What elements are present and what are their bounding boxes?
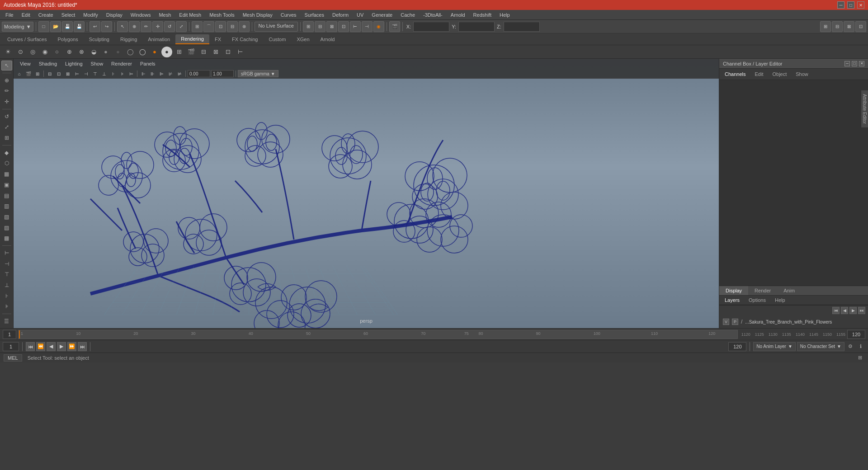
layer-forward[interactable]: ▶	[849, 307, 857, 314]
sub-tab-layers[interactable]: Layers	[723, 296, 741, 304]
pb-info-btn[interactable]: ℹ	[856, 342, 865, 351]
redo-btn[interactable]: ↪	[101, 21, 112, 32]
end-frame-field[interactable]: 120	[728, 342, 746, 351]
vp-btn-hud[interactable]: ⊫	[157, 70, 165, 78]
layer-visible[interactable]: V	[723, 319, 729, 325]
menu-select[interactable]: Select	[58, 11, 79, 19]
tool-btn-c[interactable]: ⊠	[326, 21, 337, 32]
icon-mat2[interactable]: ●	[113, 47, 123, 57]
play-back-btn[interactable]: ◀	[47, 342, 56, 351]
menu-redshift[interactable]: Redshift	[470, 11, 495, 19]
workspace-dropdown[interactable]: Modeling ▼	[2, 22, 33, 32]
snap-curve-btn[interactable]: ⌒	[203, 21, 214, 32]
tool-comp5[interactable]: ⊦	[1, 291, 12, 301]
move-btn[interactable]: ✛	[152, 21, 163, 32]
icon-mat1[interactable]: ●	[100, 47, 111, 57]
paint-btn[interactable]: ✏	[141, 21, 151, 32]
tool-sculpt3[interactable]: ▣	[1, 180, 12, 190]
vp-btn-grid[interactable]: ⊞	[33, 70, 42, 78]
tab-rendering[interactable]: Rendering	[175, 34, 209, 44]
rotate-btn[interactable]: ↺	[164, 21, 175, 32]
skip-forward-btn[interactable]: ⏭	[78, 342, 87, 351]
vp-menu-panels[interactable]: Panels	[137, 60, 159, 67]
tool-sculpt4[interactable]: ▤	[1, 191, 12, 201]
tab-polygons[interactable]: Polygons	[52, 35, 83, 44]
layer-skip-forward[interactable]: ⏭	[858, 307, 865, 314]
new-file-btn[interactable]: □	[38, 21, 49, 32]
vp-scale-field[interactable]: 1.00	[211, 70, 234, 77]
vp-btn-tex[interactable]: ⊢	[73, 70, 81, 78]
menu-curves[interactable]: Curves	[277, 11, 300, 19]
icon-btn-r1[interactable]: ⊞	[820, 21, 831, 32]
icon-cam[interactable]: 🎬	[186, 47, 197, 57]
render-btn[interactable]: ◉	[373, 21, 384, 32]
snap-grid-btn[interactable]: ⊞	[192, 21, 203, 32]
icon-btn-r2[interactable]: ⊟	[832, 21, 843, 32]
icon-mat7[interactable]: ⊞	[174, 47, 184, 57]
menu-file[interactable]: File	[2, 11, 17, 19]
sub-tab-help[interactable]: Help	[773, 296, 787, 304]
play-forward-btn[interactable]: ▶	[57, 342, 66, 351]
tab-rigging[interactable]: Rigging	[115, 35, 142, 44]
icon-anim1[interactable]: ⊢	[235, 47, 245, 57]
panel-tab-object[interactable]: Object	[770, 70, 788, 78]
tool-btn-e[interactable]: ⊢	[350, 21, 361, 32]
panel-close[interactable]: ✕	[859, 61, 864, 66]
anim-layer-dropdown[interactable]: No Anim Layer ▼	[753, 342, 796, 351]
tool-sculpt2[interactable]: ▦	[1, 169, 12, 179]
tool-sculpt8[interactable]: ▩	[1, 233, 12, 243]
icon-ambient[interactable]: ○	[52, 47, 62, 57]
icon-render2[interactable]: ⊠	[210, 47, 221, 57]
layer-back[interactable]: ◀	[841, 307, 848, 314]
tab-xgen[interactable]: XGen	[291, 35, 315, 44]
tool-transform[interactable]: ⊞	[1, 133, 12, 143]
menu-create[interactable]: Create	[35, 11, 57, 19]
menu-help[interactable]: Help	[496, 11, 514, 19]
tool-rotate[interactable]: ↺	[1, 112, 12, 122]
lasso-btn[interactable]: ⊕	[129, 21, 140, 32]
vp-menu-shading[interactable]: Shading	[35, 60, 61, 67]
layer-playback[interactable]: P	[732, 319, 738, 325]
icon-sun[interactable]: ☀	[3, 47, 14, 57]
tool-soft[interactable]: ◆	[1, 148, 12, 158]
tool-paint[interactable]: ✏	[1, 86, 12, 96]
pb-settings-btn[interactable]: ⚙	[846, 342, 855, 351]
vp-btn-fx[interactable]: ⊨	[127, 70, 135, 78]
vp-gamma-dropdown[interactable]: sRGB gamma ▼	[238, 70, 278, 77]
menu-arnold[interactable]: Arnold	[447, 11, 469, 19]
vp-menu-renderer[interactable]: Renderer	[108, 60, 136, 67]
tool-btn-a[interactable]: ⊞	[303, 21, 314, 32]
icon-mat3[interactable]: ◯	[125, 47, 136, 57]
display-tab-render[interactable]: Render	[748, 286, 777, 295]
save-file-btn[interactable]: 💾	[62, 21, 73, 32]
vp-btn-light[interactable]: ⊤	[91, 70, 99, 78]
icon-area[interactable]: ◉	[39, 47, 50, 57]
vp-menu-lighting[interactable]: Lighting	[61, 60, 86, 67]
tool-comp2[interactable]: ⊣	[1, 259, 12, 269]
snap-point-btn[interactable]: ⊡	[215, 21, 226, 32]
coord-x-field[interactable]	[413, 22, 449, 32]
display-tab-anim[interactable]: Anim	[777, 286, 801, 295]
vp-btn-all[interactable]: ⊣	[82, 70, 90, 78]
vp-btn-isolate[interactable]: ⊩	[139, 70, 147, 78]
current-frame-field[interactable]: 1	[3, 342, 19, 351]
panel-tab-show[interactable]: Show	[794, 70, 810, 78]
panel-tab-channels[interactable]: Channels	[723, 70, 747, 78]
menu-modify[interactable]: Modify	[80, 11, 101, 19]
vp-btn-res[interactable]: ⊭	[175, 70, 184, 78]
character-set-dropdown[interactable]: No Character Set ▼	[797, 342, 844, 351]
tab-animation[interactable]: Animation	[142, 35, 175, 44]
icon-shader[interactable]: ◒	[88, 47, 99, 57]
close-button[interactable]: ✕	[857, 1, 864, 9]
tool-scale[interactable]: ⤢	[1, 122, 12, 132]
snap-live-btn[interactable]: ⊛	[239, 21, 250, 32]
menu-mesh-display[interactable]: Mesh Display	[239, 11, 276, 19]
select-btn[interactable]: ↖	[117, 21, 128, 32]
viewport[interactable]: View Shading Lighting Show Renderer Pane…	[14, 59, 719, 328]
tab-sculpting[interactable]: Sculpting	[84, 35, 115, 44]
menu-mesh[interactable]: Mesh	[155, 11, 175, 19]
timeline-start-frame[interactable]: 1	[3, 330, 16, 339]
tool-misc[interactable]: ☰	[1, 316, 12, 326]
vp-btn-solid[interactable]: ⊡	[55, 70, 63, 78]
vp-menu-view[interactable]: View	[16, 60, 34, 67]
